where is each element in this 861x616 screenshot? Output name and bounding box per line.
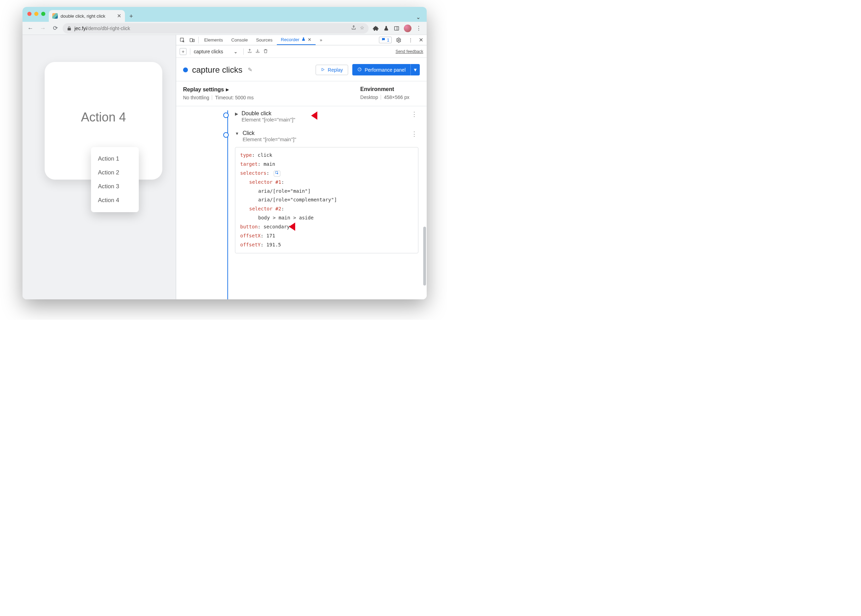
reload-button[interactable]: ⟳ [50,23,61,33]
detail-value: : main [258,161,275,167]
step-title: Click [243,130,296,136]
step-menu-icon[interactable]: ⋮ [411,110,427,118]
env-device: Desktop [360,94,378,100]
tab-favicon [52,13,58,19]
recorder-toolbar: + capture clicks ⌄ Send feedback [176,46,427,58]
svg-rect-3 [190,38,192,41]
recorder-header: capture clicks ✎ Replay Performance pane… [176,58,427,81]
performance-dropdown-button[interactable]: ▾ [410,64,420,75]
replay-settings-heading[interactable]: Replay settings ▸ [183,86,254,93]
window-close-button[interactable] [27,12,31,16]
url-path: /demo/dbl-right-click [87,26,130,31]
step-menu-icon[interactable]: ⋮ [411,130,427,138]
collapse-step-icon[interactable]: ▼ [235,130,239,136]
recording-select[interactable]: capture clicks ⌄ [194,49,240,54]
tab-elements[interactable]: Elements [200,35,227,45]
issues-badge[interactable]: 1 [379,37,392,43]
detail-value: body > main > aside [240,214,413,223]
step-details[interactable]: type: click target: main selectors: sele… [235,147,418,253]
window-minimize-button[interactable] [34,12,38,16]
scrollbar-thumb[interactable] [423,227,426,286]
step-subtitle: Element "[role="main"]" [243,136,296,142]
tab-recorder[interactable]: Recorder ✕ [277,35,316,45]
tab-recorder-label: Recorder [281,37,299,42]
tab-console[interactable]: Console [227,35,252,45]
detail-value: : click [252,152,272,158]
pick-selector-icon[interactable] [274,171,280,177]
detail-key: selectors [240,170,267,176]
chat-icon [381,38,385,42]
more-tabs-icon[interactable]: » [316,35,326,45]
environment-heading: Environment [360,86,409,93]
share-icon[interactable] [351,25,357,31]
chrome-menu-icon[interactable]: ⋮ [416,25,422,31]
step-item: ▼ Click Element "[role="main"]" ⋮ type: … [225,130,427,253]
flask-icon [302,37,306,42]
performance-panel-button-group: Performance panel ▾ [352,64,420,75]
extensions-puzzle-icon[interactable] [373,25,379,31]
forward-button[interactable]: → [38,23,48,33]
context-menu-item[interactable]: Action 1 [91,152,139,166]
detail-key: type [240,152,252,158]
tab-title: double click, right click [61,14,114,19]
tab-close-icon[interactable]: ✕ [308,37,311,42]
tab-close-icon[interactable]: ✕ [117,13,121,19]
expand-step-icon[interactable]: ▶ [235,110,238,116]
issues-count: 1 [387,38,389,42]
profile-avatar[interactable] [404,25,412,32]
context-menu-item[interactable]: Action 4 [91,193,139,207]
detail-key: offsetY [240,242,261,247]
replay-button-label: Replay [328,67,343,73]
step-title: Double click [242,110,295,116]
devtools-close-icon[interactable]: ✕ [417,37,424,43]
new-tab-button[interactable]: + [126,11,136,21]
svg-rect-4 [193,39,195,41]
detail-value: : secondary [258,224,290,229]
replay-button[interactable]: Replay [316,65,348,75]
detail-key: target [240,161,258,167]
send-feedback-link[interactable]: Send feedback [396,49,423,54]
detail-key: selector #2 [249,206,281,211]
context-menu-item[interactable]: Action 3 [91,180,139,193]
export-icon[interactable] [247,49,252,55]
detail-value: aria/[role="main"] [240,187,413,196]
devtools-menu-icon[interactable]: ⋮ [405,38,415,42]
add-recording-button[interactable]: + [180,48,187,55]
delete-icon[interactable] [263,49,268,55]
svg-point-5 [398,39,399,41]
bookmark-star-icon[interactable]: ☆ [360,25,365,31]
timeout-value: Timeout: 5000 ms [215,95,254,101]
window-controls [25,7,49,22]
settings-gear-icon[interactable] [394,38,404,43]
env-viewport: 458×566 px [384,94,409,100]
context-menu: Action 1 Action 2 Action 3 Action 4 [91,147,139,212]
recorder-settings-row: Replay settings ▸ No throttling Timeout:… [176,81,427,102]
card-title: Action 4 [81,110,126,124]
page-content[interactable]: Action 4 Action 1 Action 2 Action 3 Acti… [22,35,176,299]
browser-tab[interactable]: double click, right click ✕ [49,10,125,22]
url-host: jec.fyi [74,26,87,31]
recording-title: capture clicks [192,65,242,75]
inspect-element-icon[interactable] [178,35,187,45]
performance-button-label: Performance panel [365,67,405,73]
back-button[interactable]: ← [25,23,36,33]
recording-select-label: capture clicks [194,49,223,54]
context-menu-item[interactable]: Action 2 [91,166,139,180]
step-subtitle: Element "[role="main"]" [242,116,295,123]
device-toolbar-icon[interactable] [187,35,197,45]
callout-arrow-icon [289,222,304,232]
edit-title-icon[interactable]: ✎ [248,66,252,73]
recording-status-dot [183,68,188,72]
performance-panel-button[interactable]: Performance panel [352,64,410,75]
tabs-dropdown-icon[interactable]: ⌄ [413,14,424,22]
address-bar[interactable]: jec.fyi/demo/dbl-right-click ☆ [63,23,369,33]
import-icon[interactable] [255,49,260,55]
devtools-dock-icon[interactable] [393,25,400,31]
detail-key: button [240,224,258,229]
tab-sources[interactable]: Sources [252,35,277,45]
window-maximize-button[interactable] [41,12,46,16]
browser-window: double click, right click ✕ + ⌄ ← → ⟳ je… [22,7,427,299]
svg-point-6 [358,68,361,71]
browser-toolbar: ← → ⟳ jec.fyi/demo/dbl-right-click ☆ [22,22,427,35]
flask-icon[interactable] [383,25,389,31]
